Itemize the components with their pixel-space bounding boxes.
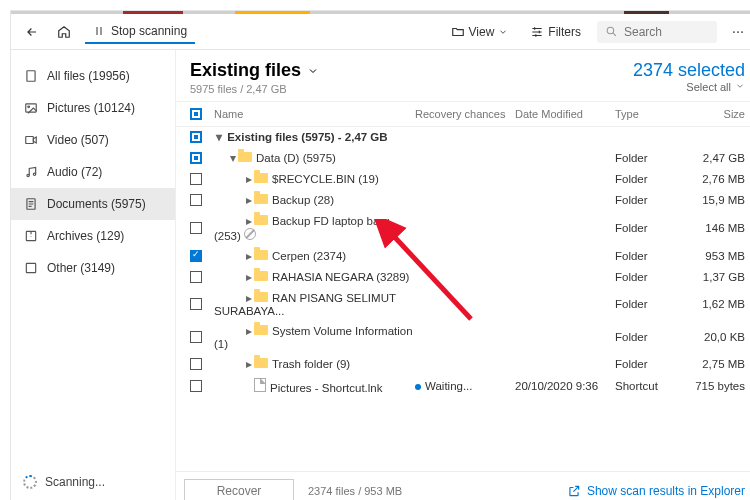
folder-icon: [254, 292, 268, 302]
chevron-down-icon[interactable]: ▾: [228, 151, 238, 165]
row-checkbox[interactable]: [190, 331, 202, 343]
folder-icon: [254, 215, 268, 225]
row-type: Folder: [615, 173, 675, 185]
sidebar-item-video[interactable]: Video (507): [11, 124, 175, 156]
row-size: 953 MB: [675, 250, 745, 262]
folder-icon: [254, 271, 268, 281]
row-recovery: Waiting...: [415, 380, 515, 392]
row-name: Backup (28): [272, 194, 334, 206]
chevron-down-icon: [735, 81, 745, 91]
chevron-right-icon[interactable]: ▸: [244, 357, 254, 371]
show-in-explorer-label: Show scan results in Explorer: [587, 484, 745, 498]
back-button[interactable]: [21, 21, 43, 43]
column-size[interactable]: Size: [675, 108, 745, 120]
row-size: 20,0 KB: [675, 331, 745, 343]
column-name[interactable]: Name: [208, 108, 415, 120]
folder-icon: [254, 358, 268, 368]
group-checkbox[interactable]: [190, 131, 202, 143]
folder-row[interactable]: ▸Trash folder (9)Folder2,75 MB: [176, 354, 750, 375]
search-icon: [605, 25, 618, 38]
sidebar-item-document[interactable]: Documents (5975): [11, 188, 175, 220]
sidebar-item-label: Other (3149): [47, 261, 115, 275]
sidebar-item-archive[interactable]: Archives (129): [11, 220, 175, 252]
row-type: Folder: [615, 194, 675, 206]
sidebar-item-picture[interactable]: Pictures (10124): [11, 92, 175, 124]
sidebar-item-file[interactable]: All files (19956): [11, 60, 175, 92]
file-row[interactable]: Pictures - Shortcut.lnkWaiting...20/10/2…: [176, 375, 750, 398]
chevron-right-icon[interactable]: ▸: [244, 214, 254, 228]
folder-row[interactable]: ▸$RECYCLE.BIN (19)Folder2,76 MB: [176, 169, 750, 190]
sidebar-item-label: Pictures (10124): [47, 101, 135, 115]
folder-row[interactable]: ▾Data (D) (5975)Folder2,47 GB: [176, 148, 750, 169]
filters-button[interactable]: Filters: [524, 21, 587, 43]
row-name: RAHASIA NEGARA (3289): [272, 271, 409, 283]
folder-icon: [254, 194, 268, 204]
folder-icon: [254, 173, 268, 183]
folder-row[interactable]: ▸System Volume Information (1)Folder20,0…: [176, 321, 750, 354]
row-checkbox[interactable]: [190, 250, 202, 262]
column-type[interactable]: Type: [615, 108, 675, 120]
page-title: Existing files: [190, 60, 301, 81]
row-checkbox[interactable]: [190, 271, 202, 283]
select-all-checkbox[interactable]: [190, 108, 202, 120]
archive-icon: [23, 228, 39, 244]
column-recovery[interactable]: Recovery chances: [415, 108, 515, 120]
page-title-dropdown[interactable]: Existing files: [190, 60, 319, 81]
row-type: Folder: [615, 222, 675, 234]
row-checkbox[interactable]: [190, 152, 202, 164]
spinner-icon: [23, 475, 37, 489]
sidebar-item-label: Archives (129): [47, 229, 124, 243]
chevron-right-icon[interactable]: ▸: [244, 291, 254, 305]
sidebar-item-audio[interactable]: Audio (72): [11, 156, 175, 188]
select-all-button[interactable]: Select all: [633, 81, 745, 93]
home-button[interactable]: [53, 21, 75, 43]
search-input[interactable]: [624, 25, 704, 39]
recover-button[interactable]: Recover: [184, 479, 294, 501]
row-checkbox[interactable]: [190, 173, 202, 185]
pause-icon: [93, 25, 105, 37]
chevron-down-icon[interactable]: ▾: [214, 130, 224, 144]
folder-row[interactable]: ▸RAN PISANG SELIMUT SURABAYA...Folder1,6…: [176, 288, 750, 321]
svg-point-9: [33, 173, 35, 175]
group-label: Existing files (5975) - 2,47 GB: [227, 131, 387, 143]
show-in-explorer-link[interactable]: Show scan results in Explorer: [567, 484, 745, 498]
sidebar-item-other[interactable]: Other (3149): [11, 252, 175, 284]
chevron-right-icon[interactable]: ▸: [244, 249, 254, 263]
row-checkbox[interactable]: [190, 380, 202, 392]
group-header-row[interactable]: ▾ Existing files (5975) - 2,47 GB: [176, 127, 750, 148]
folder-icon: [254, 250, 268, 260]
row-checkbox[interactable]: [190, 194, 202, 206]
svg-point-1: [733, 31, 735, 33]
chevron-right-icon[interactable]: ▸: [244, 270, 254, 284]
row-checkbox[interactable]: [190, 358, 202, 370]
folder-icon: [254, 325, 268, 335]
row-size: 1,62 MB: [675, 298, 745, 310]
file-icon: [23, 68, 39, 84]
chevron-right-icon[interactable]: ▸: [244, 324, 254, 338]
search-box[interactable]: [597, 21, 717, 43]
folder-row[interactable]: ▸RAHASIA NEGARA (3289)Folder1,37 GB: [176, 267, 750, 288]
view-dropdown[interactable]: View: [445, 21, 515, 43]
stop-scanning-button[interactable]: Stop scanning: [85, 20, 195, 44]
chevron-down-icon: [498, 27, 508, 37]
row-type: Folder: [615, 298, 675, 310]
column-date[interactable]: Date Modified: [515, 108, 615, 120]
sidebar-item-label: All files (19956): [47, 69, 130, 83]
toolbar: Stop scanning View Filters: [11, 14, 750, 50]
folder-row[interactable]: ▸Backup (28)Folder15,9 MB: [176, 190, 750, 211]
row-size: 1,37 GB: [675, 271, 745, 283]
row-checkbox[interactable]: [190, 298, 202, 310]
svg-point-0: [607, 27, 614, 34]
folder-row[interactable]: ▸Cerpen (2374)Folder953 MB: [176, 246, 750, 267]
row-name: Cerpen (2374): [272, 250, 346, 262]
row-size: 2,75 MB: [675, 358, 745, 370]
row-name: Backup FD laptop baru (253): [214, 215, 390, 242]
sliders-icon: [530, 25, 544, 39]
svg-point-6: [28, 106, 30, 108]
row-checkbox[interactable]: [190, 222, 202, 234]
row-size: 15,9 MB: [675, 194, 745, 206]
more-button[interactable]: [727, 21, 749, 43]
folder-row[interactable]: ▸Backup FD laptop baru (253) Folder146 M…: [176, 211, 750, 246]
chevron-right-icon[interactable]: ▸: [244, 193, 254, 207]
chevron-right-icon[interactable]: ▸: [244, 172, 254, 186]
